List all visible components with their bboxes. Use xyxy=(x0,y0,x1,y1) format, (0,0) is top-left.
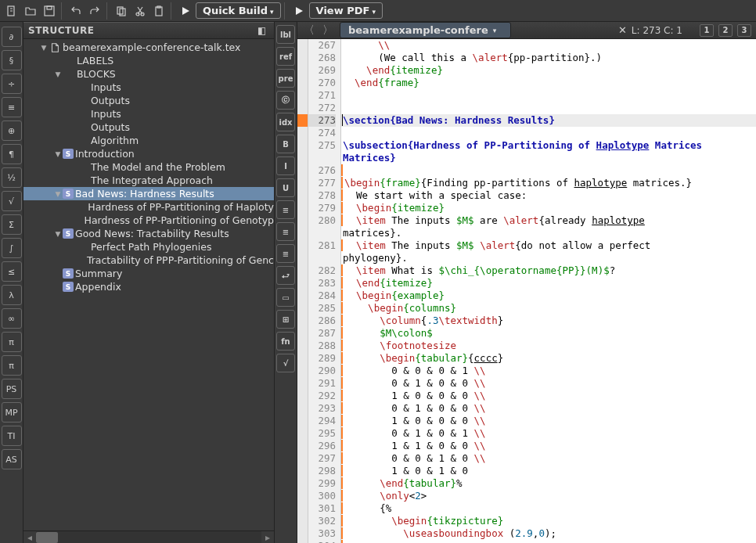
view-play-icon[interactable] xyxy=(290,2,308,20)
cut-icon[interactable] xyxy=(131,2,149,20)
tree-item[interactable]: ▼SBad News: Hardness Results xyxy=(23,187,274,200)
close-tab-icon[interactable]: ✕ xyxy=(618,24,627,36)
tree-label: Inputs xyxy=(91,81,121,93)
tree-item[interactable]: Inputs xyxy=(23,107,274,120)
tree-label: The Model and the Problem xyxy=(91,161,225,173)
structure-detach-icon[interactable]: ◧ xyxy=(255,23,269,38)
left-icon-int[interactable]: ∫ xyxy=(2,238,22,258)
section-icon: S xyxy=(63,228,74,239)
editor-header: 〈 〉 beamerexample-confere▾ ✕ L: 273 C: 1… xyxy=(297,22,756,39)
quick-build-button[interactable]: Quick Build▾ xyxy=(196,2,281,19)
left-icon-lam[interactable]: λ xyxy=(2,285,22,305)
tree-label: Bad News: Hardness Results xyxy=(75,188,214,200)
file-tab[interactable]: beamerexample-confere▾ xyxy=(340,22,511,38)
left-icon-sqrt[interactable]: √ xyxy=(2,191,22,211)
page-3-button[interactable]: 3 xyxy=(737,24,751,37)
new-file-icon[interactable] xyxy=(3,2,20,20)
left-icon-chap[interactable]: § xyxy=(2,50,22,70)
left-icon-sec[interactable]: ÷ xyxy=(2,74,22,94)
left-icon-MP[interactable]: MP xyxy=(2,402,22,423)
mid-icon-R[interactable]: ≡ xyxy=(276,244,295,263)
tree-label: Hardness of PP-Partitioning of Haploty xyxy=(88,201,274,213)
undo-icon[interactable] xyxy=(67,2,85,20)
mid-icon-sqrt2[interactable]: √ xyxy=(276,354,295,372)
left-icon-sub[interactable]: ≡ xyxy=(2,97,22,117)
tree-label: Appendix xyxy=(75,281,121,293)
mid-icon-pref[interactable]: pre xyxy=(276,69,295,88)
section-icon: S xyxy=(63,149,74,159)
structure-scrollbar[interactable]: ◂▸ xyxy=(23,530,274,543)
tree-item[interactable]: Perfect Path Phylogenies xyxy=(23,240,274,254)
page-1-button[interactable]: 1 xyxy=(700,24,714,37)
redo-icon[interactable] xyxy=(86,2,103,20)
tree-item[interactable]: ▼BLOCKS xyxy=(23,67,274,81)
section-icon: S xyxy=(63,268,74,279)
mid-icon-new[interactable]: ⮐ xyxy=(276,266,295,285)
tree-item[interactable]: Tractability of PPP-Partitioning of Genc xyxy=(23,254,274,267)
left-icon-inf[interactable]: ∞ xyxy=(2,308,22,329)
mid-icon-U[interactable]: U xyxy=(276,178,295,197)
save-icon[interactable] xyxy=(41,2,58,20)
page-2-button[interactable]: 2 xyxy=(718,24,733,37)
tree-item[interactable]: The Model and the Problem xyxy=(23,160,274,174)
paste-icon[interactable] xyxy=(150,2,167,20)
tree-item[interactable]: ▼SIntroduction xyxy=(23,147,274,160)
tree-item[interactable]: Inputs xyxy=(23,81,274,94)
tree-label: beamerexample-conference-talk.tex xyxy=(63,41,240,53)
mid-icon-C[interactable]: ≡ xyxy=(276,222,295,241)
tree-item[interactable]: ▼beamerexample-conference-talk.tex xyxy=(23,41,274,54)
tree-item[interactable]: LABELS xyxy=(23,54,274,67)
tree-label: BLOCKS xyxy=(77,68,116,80)
left-icon-pie[interactable]: π xyxy=(2,355,22,376)
left-icon-leq[interactable]: ≤ xyxy=(2,261,22,282)
tree-item[interactable]: SAppendix xyxy=(23,280,274,293)
mid-icon-I[interactable]: I xyxy=(276,156,295,175)
open-file-icon[interactable] xyxy=(22,2,39,20)
mid-icon-B[interactable]: B xyxy=(276,135,295,153)
mid-icon-tab[interactable]: ⊞ xyxy=(276,310,295,329)
mid-icon-L[interactable]: ≡ xyxy=(276,200,295,219)
code-area[interactable]: \\ (We call this a \alert{pp-partition}.… xyxy=(341,39,756,543)
left-icon-pi[interactable]: π xyxy=(2,332,22,352)
bookmark-column[interactable] xyxy=(297,39,308,543)
build-play-icon[interactable] xyxy=(177,2,194,20)
line-gutter[interactable]: 2672682692702712722732742752762772782792… xyxy=(308,39,341,543)
tree-label: Tractability of PPP-Partitioning of Genc xyxy=(87,254,274,266)
structure-tree[interactable]: ▼beamerexample-conference-talk.texLABELS… xyxy=(23,39,274,530)
mid-icon-fn[interactable]: fn xyxy=(276,332,295,351)
left-icon-AS[interactable]: AS xyxy=(2,449,22,469)
left-icon-TI[interactable]: TI xyxy=(2,426,22,446)
mid-icon-lbl[interactable]: lbl xyxy=(276,25,295,44)
svg-rect-1 xyxy=(45,6,54,16)
left-icon-PS[interactable]: PS xyxy=(2,379,22,399)
left-icon-frac[interactable]: ½ xyxy=(2,167,22,188)
left-icon-para[interactable]: ¶ xyxy=(2,144,22,164)
tree-item[interactable]: Algorithm xyxy=(23,134,274,147)
tree-item[interactable]: The Integrated Approach xyxy=(23,174,274,187)
mid-icon-idx[interactable]: idx xyxy=(276,113,295,131)
left-icon-ssub[interactable]: ⊕ xyxy=(2,120,22,141)
structure-header: STRUCTURE ◧ xyxy=(23,22,274,39)
tree-item[interactable]: Outputs xyxy=(23,120,274,134)
tree-item[interactable]: ▼SGood News: Tractability Results xyxy=(23,227,274,240)
tree-label: Inputs xyxy=(91,108,121,120)
mid-icon-ref[interactable]: ref xyxy=(276,47,295,66)
left-symbol-strip: ∂§÷≡⊕¶½√Σ∫≤λ∞ππPSMPTIAS xyxy=(0,22,23,543)
tree-item[interactable]: SSummary xyxy=(23,267,274,280)
view-pdf-button[interactable]: View PDF▾ xyxy=(309,2,383,19)
tree-label: Good News: Tractability Results xyxy=(75,228,229,239)
copy-icon[interactable] xyxy=(113,2,130,20)
structure-title: STRUCTURE xyxy=(28,25,95,36)
tree-item[interactable]: Outputs xyxy=(23,94,274,107)
nav-fwd-icon[interactable]: 〉 xyxy=(321,23,335,38)
tree-item[interactable]: Hardness of PP-Partitioning of Genotyp xyxy=(23,214,274,227)
left-icon-sum[interactable]: Σ xyxy=(2,214,22,235)
section-icon: S xyxy=(63,189,74,199)
mid-icon-cite[interactable]: ⓒ xyxy=(276,91,295,110)
tree-label: Introduction xyxy=(75,148,135,160)
tree-label: LABELS xyxy=(77,55,113,67)
nav-back-icon[interactable]: 〈 xyxy=(302,23,316,38)
tree-item[interactable]: Hardness of PP-Partitioning of Haploty xyxy=(23,200,274,214)
mid-icon-img[interactable]: ▭ xyxy=(276,288,295,307)
left-icon-part[interactable]: ∂ xyxy=(2,27,22,47)
